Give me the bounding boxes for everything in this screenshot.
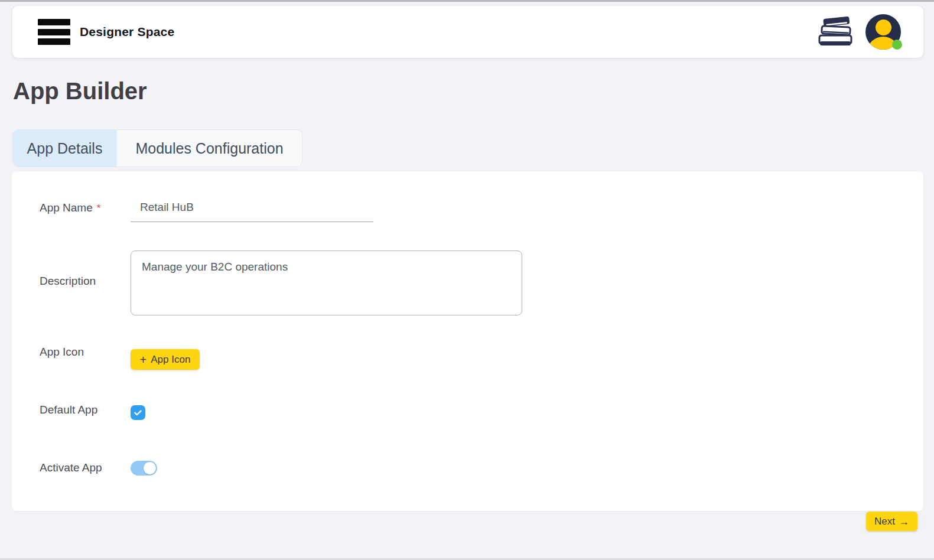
required-asterisk: *	[97, 203, 101, 214]
app-icon-button-label: App Icon	[151, 354, 190, 366]
page-title: App Builder	[13, 78, 147, 105]
tab-modules-configuration[interactable]: Modules Configuration	[116, 130, 302, 167]
books-stack-icon[interactable]	[815, 15, 857, 49]
default-app-label: Default App	[40, 403, 97, 417]
books-stack-glyph	[816, 15, 856, 48]
app-title: Designer Space	[80, 6, 174, 58]
description-label: Description	[40, 274, 96, 288]
activate-app-toggle[interactable]	[131, 461, 157, 476]
header-bar: Designer Space	[12, 6, 923, 58]
hamburger-bar	[38, 19, 70, 25]
hamburger-bar	[38, 29, 70, 35]
user-avatar[interactable]	[865, 14, 901, 50]
default-app-checkbox[interactable]	[131, 405, 145, 420]
app-name-label: App Name*	[40, 201, 100, 216]
activate-app-label: Activate App	[40, 461, 102, 475]
checkmark-icon	[133, 408, 143, 418]
hamburger-menu-icon[interactable]	[38, 19, 70, 45]
window-top-edge	[0, 0, 934, 2]
description-textarea[interactable]: Manage your B2C operations	[131, 250, 522, 315]
app-builder-page: Designer Space	[0, 0, 934, 560]
hamburger-bar	[38, 38, 70, 45]
tab-app-details[interactable]: App Details	[13, 130, 116, 167]
tab-bar: App Details Modules Configuration	[12, 129, 302, 167]
plus-icon: +	[140, 354, 147, 365]
arrow-right-icon: →	[899, 517, 909, 526]
app-details-form-card: App Name* Description Manage your B2C op…	[12, 171, 923, 511]
app-name-input[interactable]	[131, 187, 373, 222]
add-app-icon-button[interactable]: + App Icon	[131, 349, 200, 370]
app-name-label-text: App Name	[40, 201, 93, 214]
app-icon-label: App Icon	[40, 345, 84, 359]
avatar-head-shape	[876, 19, 891, 35]
next-button[interactable]: Next →	[866, 512, 917, 531]
toggle-knob	[144, 462, 156, 474]
next-button-label: Next	[874, 516, 895, 528]
online-status-dot	[892, 40, 902, 50]
